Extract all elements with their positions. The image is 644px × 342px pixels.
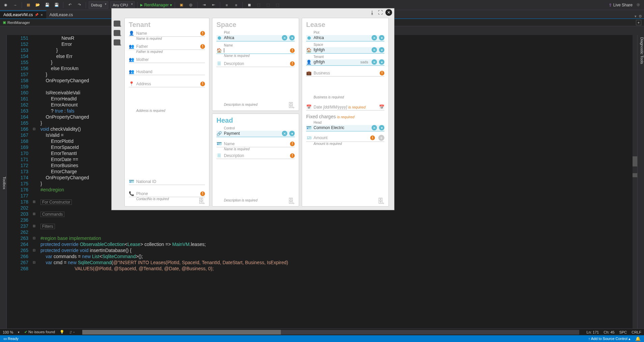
start-button[interactable]: RentManager ▾ xyxy=(140,3,172,7)
open-icon[interactable]: 📂 xyxy=(34,1,41,9)
step-icon2[interactable]: ⇤ xyxy=(210,1,217,9)
tool-icon[interactable]: ▣ xyxy=(178,1,185,9)
zoom-level[interactable]: 100 % xyxy=(3,330,13,334)
new-project-icon[interactable]: ▦ xyxy=(25,1,32,9)
tab-addlease[interactable]: AddLease.cs xyxy=(46,10,76,19)
clear-icon[interactable]: ✕ xyxy=(372,35,377,40)
caret-col: Ch: 45 xyxy=(604,330,614,334)
space-title: Space xyxy=(216,21,295,29)
plot-value[interactable]: Africa xyxy=(224,35,234,40)
bookmark-icon[interactable]: ◼ xyxy=(245,1,253,9)
tab-addleasevm[interactable]: AddLeaseVM.cs 📌 × xyxy=(0,10,46,19)
name-input[interactable] xyxy=(224,48,224,53)
dropdown-icon[interactable]: ▾ xyxy=(379,47,384,53)
insert-mode[interactable]: SPC xyxy=(619,330,627,334)
pin-icon[interactable]: 📌 xyxy=(35,13,38,17)
nid-input[interactable]: National ID xyxy=(136,179,156,184)
dropdown-icon[interactable]: ▾ xyxy=(379,35,384,40)
add-icon[interactable]: + xyxy=(378,135,384,141)
line-ending[interactable]: CRLF xyxy=(632,330,641,334)
side-icon-3[interactable] xyxy=(114,39,120,45)
db-add-icon[interactable]: 🗄 xyxy=(288,198,296,205)
tool-icon3[interactable]: ⬚ xyxy=(255,1,262,9)
date-input[interactable]: Date [dd/MM/yyyy] is required xyxy=(314,105,365,110)
save-icon[interactable]: 💾 xyxy=(43,1,51,9)
error-icon: ! xyxy=(200,191,205,196)
platform-combo[interactable]: Any CPU xyxy=(110,1,134,9)
father-input[interactable]: Father xyxy=(136,44,148,49)
side-icon-1[interactable] xyxy=(114,21,120,27)
step-icon[interactable]: ⇥ xyxy=(200,1,208,9)
dropdown-icon[interactable]: ▾ xyxy=(379,59,384,65)
error-icon: ! xyxy=(200,82,205,86)
desc-input[interactable]: Description xyxy=(224,153,244,158)
tool-icon4[interactable]: ⬚ xyxy=(264,1,272,9)
db-add-icon[interactable]: 🗄 xyxy=(198,198,206,205)
mother-input[interactable]: Mother xyxy=(136,57,149,62)
husband-input[interactable]: Husband xyxy=(136,69,152,74)
issues-status[interactable]: No issues found xyxy=(24,330,55,334)
tab-overflow-icon[interactable]: ▾ xyxy=(635,14,637,19)
dropdown-icon[interactable]: ⮃ ▾ xyxy=(69,331,75,334)
db-add-icon[interactable]: 🗄 xyxy=(288,102,296,109)
amount-input[interactable]: Amount xyxy=(314,135,327,140)
space-value[interactable]: fghfgh xyxy=(314,48,325,52)
overview-ruler[interactable] xyxy=(633,35,637,329)
redo-icon[interactable]: ↷ xyxy=(76,1,83,9)
head-value[interactable]: Common Electric xyxy=(314,125,344,130)
outdent-icon[interactable]: ≡ xyxy=(232,1,240,9)
undo-icon[interactable]: ↶ xyxy=(66,1,74,9)
clear-icon[interactable]: ✕ xyxy=(282,131,287,136)
config-combo[interactable]: Debug xyxy=(89,1,108,9)
address-input[interactable]: Address xyxy=(136,82,151,86)
dropdown-icon[interactable]: ▾ xyxy=(289,35,295,40)
feedback-icon[interactable]: ☉ xyxy=(635,1,642,9)
breadcrumb-project[interactable]: RentManager xyxy=(7,21,30,25)
close-dialog-icon[interactable]: ✕ xyxy=(385,9,392,16)
clear-icon[interactable]: ✕ xyxy=(372,47,377,53)
live-share-button[interactable]: Live Share xyxy=(609,3,633,7)
control-value[interactable]: Payment xyxy=(224,131,240,136)
add-source-control[interactable]: ↑ Add to Source Control ▴ xyxy=(588,337,631,341)
rail-diagnostic[interactable]: Diagnostic Tools xyxy=(640,37,644,329)
dropdown-icon[interactable]: ▾ xyxy=(379,125,384,130)
plot-icon: ⬢ xyxy=(216,35,222,40)
desc-input[interactable]: Description xyxy=(224,61,244,66)
expand-icon[interactable]: ⛶ xyxy=(377,9,383,15)
notifications-icon[interactable]: 🔔 xyxy=(635,336,641,341)
status-ready: ▭ Ready xyxy=(3,337,19,341)
nav-back-icon[interactable]: ◉ xyxy=(2,1,9,9)
lightbulb-icon[interactable]: 💡 xyxy=(60,330,64,334)
close-icon[interactable]: × xyxy=(40,13,42,17)
plot-value[interactable]: Africa xyxy=(314,35,324,40)
plot-label: Plot xyxy=(224,31,295,34)
tool-icon2[interactable]: ◎ xyxy=(187,1,195,9)
business-error: Business is required xyxy=(314,95,384,99)
plot-label: Plot xyxy=(314,31,384,34)
toolbox-rail[interactable]: Toolbox xyxy=(0,35,7,329)
tenant-title: Tenant xyxy=(129,21,205,29)
name-input[interactable]: Name xyxy=(136,31,147,36)
nav-fwd-icon[interactable]: → xyxy=(11,1,19,9)
business-input[interactable]: Business xyxy=(314,71,330,75)
dialog-sidebar xyxy=(114,18,122,208)
clear-icon[interactable]: ✕ xyxy=(372,59,377,65)
clear-icon[interactable]: ✕ xyxy=(282,35,287,40)
breadcrumb-add-icon[interactable]: + xyxy=(636,20,641,25)
name-input[interactable]: Name xyxy=(224,142,235,146)
tab-settings-icon[interactable]: ⚙ xyxy=(639,14,642,19)
tenant-value[interactable]: gfhfgh xyxy=(314,60,325,64)
save-all-icon[interactable]: 💾 xyxy=(53,1,60,9)
tab-label: AddLeaseVM.cs xyxy=(3,12,33,17)
error-icon: ! xyxy=(370,135,375,140)
indent-icon[interactable]: ≡ xyxy=(223,1,230,9)
dropdown-icon[interactable]: ▾ xyxy=(289,131,295,136)
clear-icon[interactable]: ✕ xyxy=(372,125,377,130)
tool-icon5[interactable]: ⬚ xyxy=(274,1,281,9)
import-icon[interactable]: ⭳ xyxy=(369,9,375,15)
phone-input[interactable]: Phone xyxy=(136,191,148,196)
side-icon-2[interactable] xyxy=(114,30,120,36)
horizontal-scrollbar[interactable] xyxy=(82,330,579,335)
calendar-picker-icon[interactable]: 📅 xyxy=(379,104,384,110)
db-add-icon[interactable]: 🗄 xyxy=(378,198,386,205)
